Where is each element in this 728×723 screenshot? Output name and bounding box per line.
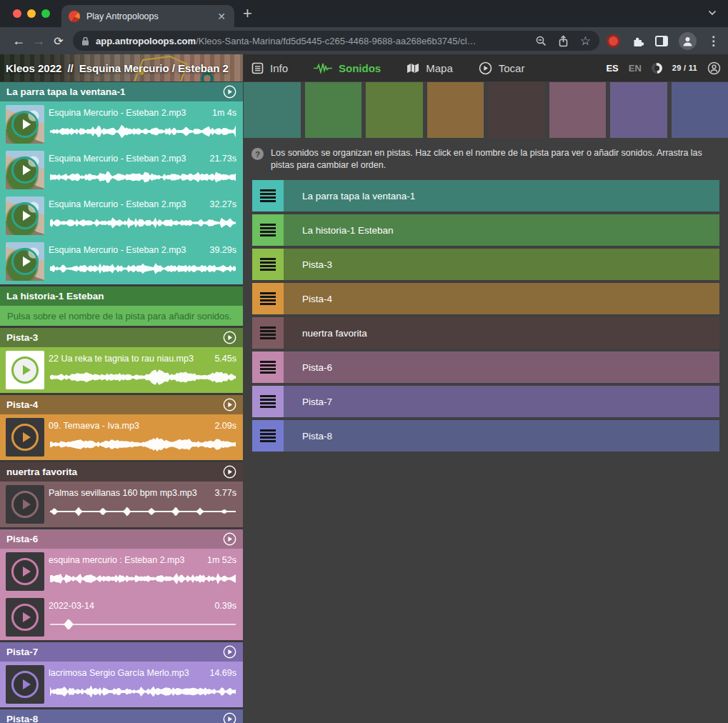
track-row[interactable]: Pista-8 [252,420,719,452]
audio-clip[interactable]: Esquina Mercurio - Esteban 2.mp3 21.73s [0,147,243,193]
share-icon[interactable] [558,35,569,47]
track-title: La historia-1 Esteban [6,291,104,301]
url-bar[interactable]: app.antropoloops.com/Kleos-Santa-Marina/… [73,31,599,51]
clip-thumbnail[interactable] [6,351,44,389]
track-title: Pista-7 [6,647,38,657]
tab-close-icon[interactable]: ✕ [216,10,227,23]
app-header-right: ES EN 29 / 11 [606,54,721,81]
play-track-icon[interactable] [223,331,236,344]
track-header[interactable]: Pista-8 [0,709,243,723]
clip-thumbnail[interactable] [6,105,44,144]
track-header[interactable]: Pista-7 [0,642,243,662]
tab-tocar[interactable]: Tocar [479,61,525,75]
audio-clip[interactable]: Esquina Mercurio - Esteban 2.mp3 32.27s [0,193,243,239]
side-panel-icon[interactable] [655,36,668,46]
tab-mapa[interactable]: Mapa [407,62,453,74]
minimize-window-button[interactable] [27,9,36,18]
drag-handle[interactable] [252,180,284,211]
play-track-icon[interactable] [223,712,236,723]
clip-filename: Palmas sevillanas 160 bpm mp3.mp3 [49,488,197,498]
track-row[interactable]: nuertra favorita [252,317,719,349]
clip-thumbnail[interactable] [6,665,44,704]
zoom-window-button[interactable] [41,9,50,18]
track-header[interactable]: Pista-3 [0,328,243,347]
extensions-puzzle-icon[interactable] [631,34,644,48]
track-header[interactable]: La historia-1 Esteban [0,286,243,306]
tab-sonidos[interactable]: Sonidos [314,62,381,74]
audio-clip[interactable]: 09. Temaeva - Iva.mp3 2.09s [0,414,243,460]
track-row[interactable]: Pista-4 [252,283,719,314]
clip-play-icon[interactable] [11,558,39,585]
clip-play-icon[interactable] [11,202,39,229]
close-window-button[interactable] [13,9,21,18]
track-row[interactable]: Pista-7 [252,386,719,417]
track-header[interactable]: Pista-6 [0,529,243,549]
clip-thumbnail[interactable] [6,598,44,637]
clip-play-icon[interactable] [11,424,39,451]
clip-thumbnail[interactable] [6,196,44,235]
play-track-icon[interactable] [223,85,236,99]
clip-play-icon[interactable] [11,671,39,698]
drag-handle[interactable] [252,214,284,246]
clip-thumbnail[interactable] [6,418,44,457]
audio-clip[interactable]: 2022-03-14 0.39s [0,594,243,640]
track-section-4: Pista-4 09. Temaeva - Iva.mp3 2.09s [0,395,243,460]
clip-play-icon[interactable] [11,491,39,518]
tab-search-chevron-icon[interactable] [708,10,717,16]
play-track-icon[interactable] [223,465,236,479]
track-color-swatch [672,82,728,138]
bookmark-star-icon[interactable]: ☆ [580,36,591,46]
clip-thumbnail[interactable] [6,552,44,591]
track-header[interactable]: La parra tapa la ventana-1 [0,82,243,101]
waveform-icon [314,62,332,74]
clip-play-icon[interactable] [11,156,39,184]
audio-clip[interactable]: lacrimosa Sergio García Merlo.mp3 14.69s [0,662,243,707]
drag-handle-icon [260,326,276,339]
play-track-icon[interactable] [223,645,236,659]
audio-clip[interactable]: Esquina Mercurio - Esteban 2.mp3 1m 4s [0,101,243,147]
clip-play-icon[interactable] [11,248,39,275]
breadcrumb-project[interactable]: Kleos 2022 [6,62,61,74]
track-header[interactable]: Pista-4 [0,395,243,414]
drag-handle[interactable] [252,283,284,314]
track-color-swatch [305,82,362,138]
drag-handle[interactable] [252,386,284,417]
back-button[interactable]: ← [9,34,29,49]
clip-duration: 0.39s [214,601,236,611]
language-en-button[interactable]: EN [629,63,642,74]
forward-button[interactable]: → [29,34,49,49]
clip-play-icon[interactable] [11,356,39,384]
reload-button[interactable]: ⟳ [49,34,69,48]
tab-info[interactable]: Info [251,62,288,74]
browser-tab[interactable]: Play Antropoloops ✕ [61,5,234,27]
track-row[interactable]: Pista-6 [252,351,719,383]
language-es-button[interactable]: ES [606,63,618,74]
audio-clip[interactable]: Palmas sevillanas 160 bpm mp3.mp3 3.77s [0,482,243,527]
drag-handle[interactable] [252,317,284,349]
play-track-icon[interactable] [223,398,236,412]
clip-thumbnail[interactable] [6,242,44,281]
audio-clip[interactable]: 22 Ua reka te tagnia to rau niau.mp3 5.4… [0,347,243,393]
new-tab-button[interactable]: + [243,6,252,21]
profile-avatar[interactable] [679,32,697,50]
track-row[interactable]: La parra tapa la ventana-1 [252,180,719,211]
track-header[interactable]: nuertra favorita [0,462,243,482]
audio-clip[interactable]: Esquina Mercurio - Esteban 2.mp3 39.29s [0,239,243,284]
browser-menu-icon[interactable]: ⋮ [707,34,719,49]
account-icon[interactable] [707,61,721,75]
drag-handle[interactable] [252,351,284,383]
recording-indicator-icon[interactable] [607,34,620,48]
clip-filename: Esquina Mercurio - Esteban 2.mp3 [49,108,197,118]
track-row[interactable]: La historia-1 Esteban [252,214,719,246]
play-track-icon[interactable] [223,532,236,546]
audio-clip[interactable]: esquina mercurio : Esteban 2.mp3 1m 52s [0,549,243,594]
drag-handle[interactable] [252,420,284,452]
drag-handle[interactable] [252,249,284,280]
clip-play-icon[interactable] [11,604,39,631]
url-text: app.antropoloops.com/Kleos-Santa-Marina/… [96,36,524,46]
clip-play-icon[interactable] [11,111,39,138]
track-row[interactable]: Pista-3 [252,249,719,280]
zoom-out-icon[interactable] [536,36,547,46]
clip-thumbnail[interactable] [6,151,44,189]
clip-thumbnail[interactable] [6,485,44,524]
